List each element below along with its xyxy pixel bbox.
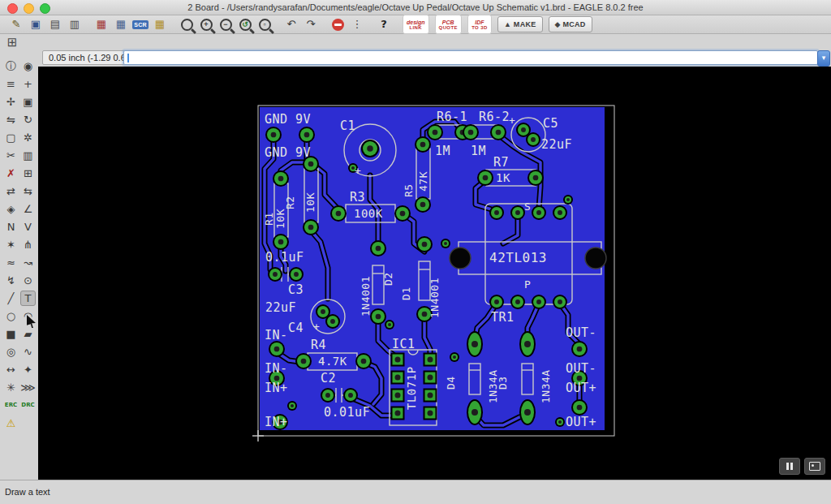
cut-icon[interactable]: ✂ [3,148,19,163]
open-icon[interactable]: ✎ [8,16,24,32]
svg-text:10K: 10K [304,192,316,213]
svg-text:C5: C5 [543,116,558,131]
grid-icon: ⊞ [7,35,18,50]
erc-icon[interactable]: ERC [3,398,19,413]
delete-icon[interactable]: ✗ [3,166,19,181]
run-script-icon[interactable]: SCR [132,16,149,32]
mirror-icon[interactable]: ⇋ [3,112,19,127]
pause-button[interactable] [779,458,800,475]
polygon-icon[interactable]: ▰ [20,326,36,342]
zoom-in-icon[interactable]: + [198,16,214,32]
ripup-icon[interactable]: ↯ [3,273,19,288]
export-image-icon[interactable]: ▥ [67,16,83,32]
optimize-icon[interactable]: ≈ [3,255,19,270]
svg-text:OUT+: OUT+ [566,381,596,395]
zoom-window-button[interactable] [40,3,50,14]
smash-icon[interactable]: ✶ [3,237,19,252]
svg-text:4.7K: 4.7K [318,355,347,368]
display-layers-icon[interactable]: ≡ [3,76,19,92]
redo-icon[interactable]: ↷ [303,16,319,32]
svg-text:1N34A: 1N34A [540,369,552,403]
toolbar-separator [86,24,93,25]
grid-button[interactable]: ⊞ [5,35,19,50]
table-icon[interactable]: ▦ [113,16,129,32]
lock-icon[interactable]: ◈ [3,201,19,217]
circle-icon[interactable]: ○ [3,308,19,324]
paste-icon[interactable]: ▥ [20,148,36,163]
route-icon[interactable]: ↝ [20,255,36,270]
command-input[interactable] [123,50,818,65]
run-icon[interactable]: ⋮ [349,16,365,32]
pcb-quote-badge[interactable]: PCBQUOTE [435,15,462,34]
command-history-dropdown[interactable]: ▾ [817,50,830,67]
ratsnest-icon[interactable]: ✳ [3,380,19,395]
name-icon[interactable]: N [3,219,19,235]
make-button[interactable]: ▲MAKE [497,16,543,32]
ulp-icon[interactable]: ▦ [152,16,168,32]
change-icon[interactable]: ✲ [20,130,36,145]
mcad-button[interactable]: ◆MCAD [549,16,592,32]
idf-to-3d-badge[interactable]: IDFTO 3D [467,15,492,34]
svg-text:R6-1: R6-1 [437,110,467,124]
photo-icon [809,462,820,471]
board-canvas[interactable]: GND9VC1R6-1R6-2C522uFGND9V1M1MR71KR3100K… [38,67,831,480]
value-icon[interactable]: V [20,219,36,235]
rect-icon[interactable]: ■ [3,326,19,342]
subbar: ⊞ 0.05 inch (-1.29 0.66) ▾ [0,34,831,67]
autorouter-icon[interactable]: ⋙ [20,380,36,395]
undo-icon[interactable]: ↶ [283,16,299,32]
svg-text:10K: 10K [274,209,286,229]
svg-text:IN-: IN- [265,361,288,376]
svg-text:+: + [355,165,361,177]
svg-text:9V: 9V [295,112,311,127]
info-icon[interactable]: ⓘ [3,58,19,74]
tool-palette: ⓘ◉≡+✢▣⇋↻▢✲✂▥✗⊞⇄⇆◈∠NV✶⋔≈↝↯⊙╱T○◠■▰◎∿↔✦✳⋙ER… [0,50,38,480]
miter-icon[interactable]: ∠ [20,201,36,217]
svg-text:D3: D3 [497,376,509,390]
move-icon[interactable]: ✢ [3,94,19,110]
zoom-fit-icon[interactable] [179,16,195,32]
drc-icon[interactable]: DRC [20,398,36,413]
pcb-drawing[interactable]: GND9VC1R6-1R6-2C522uFGND9V1M1MR71KR3100K… [38,67,831,480]
svg-text:C4: C4 [288,321,304,335]
zoom-select-icon[interactable]: ▫ [256,16,273,32]
screenshot-button[interactable] [804,458,825,475]
close-window-button[interactable] [7,3,18,14]
save-icon[interactable]: ▣ [28,16,44,32]
mark-icon[interactable]: + [20,76,36,92]
copy-icon[interactable]: ▣ [20,94,36,110]
svg-text:100K: 100K [354,207,383,220]
print-icon[interactable]: ▤ [47,16,63,32]
wire-icon[interactable]: ╱ [3,291,19,306]
cam-processor-icon[interactable]: ▦ [93,16,110,32]
stop-icon[interactable] [329,16,346,32]
minimize-window-button[interactable] [24,3,34,14]
svg-text:22uF: 22uF [541,137,572,152]
add-icon[interactable]: ⊞ [20,166,36,181]
svg-text:R3: R3 [350,190,365,205]
svg-text:R1: R1 [263,212,275,226]
signal-icon[interactable]: ∿ [20,344,36,360]
text-icon[interactable]: T [20,291,36,306]
window-title: 2 Board - /Users/randysarafan/Documents/… [0,0,831,15]
zoom-redraw-icon[interactable]: ↺ [237,16,253,32]
dimension-icon[interactable]: ↔ [3,362,19,377]
hole-icon[interactable]: ⊙ [20,273,36,288]
errors-icon[interactable]: ⚠ [3,416,19,431]
svg-text:IN-: IN- [265,328,288,342]
svg-text:47K: 47K [417,171,429,192]
split-icon[interactable]: ⋔ [20,237,36,252]
group-icon[interactable]: ▢ [3,130,19,145]
gateswap-icon[interactable]: ⇆ [20,183,36,199]
attach-icon[interactable]: ✦ [20,362,36,377]
toolbar-separator [276,24,283,25]
help-icon[interactable]: ? [376,16,392,32]
design-link-badge[interactable]: designLINK [403,15,429,34]
svg-text:D1: D1 [400,286,412,300]
pinswap-icon[interactable]: ⇄ [3,183,19,199]
via-icon[interactable]: ◎ [3,344,19,360]
eye-icon[interactable]: ◉ [20,58,36,74]
rotate-icon[interactable]: ↻ [20,112,36,127]
zoom-out-icon[interactable]: − [217,16,234,32]
svg-text:R2: R2 [284,196,296,209]
